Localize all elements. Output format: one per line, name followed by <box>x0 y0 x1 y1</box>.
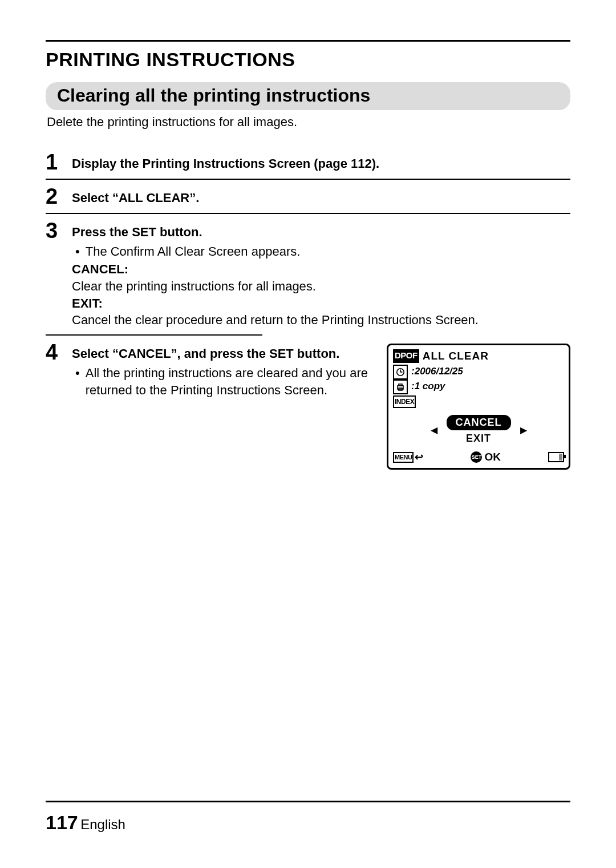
step-3: 3 Press the SET button. • The Confirm Al… <box>46 214 570 334</box>
step-1: 1 Display the Printing Instructions Scre… <box>46 146 570 179</box>
page-language: English <box>80 817 125 832</box>
def-term: CANCEL: <box>72 261 570 278</box>
option-exit: EXIT <box>466 431 491 445</box>
index-chip: INDEX <box>393 395 416 408</box>
def-desc: Clear the printing instructions for all … <box>72 278 570 295</box>
lcd-screen: DPOF ALL CLEAR :2006/12/25 :1 copy I <box>387 344 570 470</box>
page-title: PRINTING INSTRUCTIONS <box>46 49 570 71</box>
lcd-date: 2006/12/25 <box>415 366 463 377</box>
svg-rect-4 <box>399 384 402 386</box>
step-heading: Select “ALL CLEAR”. <box>72 185 570 207</box>
step-4: 4 Select “CANCEL”, and press the SET but… <box>46 336 570 475</box>
step-heading: Display the Printing Instructions Screen… <box>72 151 570 172</box>
set-badge: SET <box>471 451 482 463</box>
bullet-text: The Confirm All Clear Screen appears. <box>86 243 301 260</box>
dpof-chip: DPOF <box>393 349 419 362</box>
printer-icon <box>393 380 408 394</box>
intro-text: Delete the printing instructions for all… <box>47 115 570 130</box>
step-number: 3 <box>46 220 72 241</box>
lcd-copies: 1 copy <box>415 381 445 391</box>
bullet-icon: • <box>75 365 80 398</box>
menu-chip: MENU <box>393 452 414 463</box>
def-term: EXIT: <box>72 295 570 312</box>
set-ok-indicator: SET OK <box>471 450 501 465</box>
ok-label: OK <box>484 450 501 465</box>
left-arrow-icon: ◀ <box>427 424 441 437</box>
section-subtitle: Clearing all the printing instructions <box>46 82 570 110</box>
step-number: 1 <box>46 151 72 173</box>
bullet-icon: • <box>75 243 80 260</box>
step-2: 2 Select “ALL CLEAR”. <box>46 180 570 213</box>
top-rule <box>46 40 570 42</box>
clock-icon <box>393 365 408 380</box>
step-number: 4 <box>46 341 72 363</box>
bullet-text: All the printing instructions are cleare… <box>86 365 371 398</box>
option-cancel-selected: CANCEL <box>447 415 511 430</box>
step-heading: Press the SET button. <box>72 220 570 241</box>
def-desc: Cancel the clear procedure and return to… <box>72 312 570 329</box>
lcd-title: ALL CLEAR <box>423 349 489 364</box>
battery-icon <box>548 452 564 462</box>
page-number: 117 <box>46 812 78 833</box>
back-arrow-icon: ↩ <box>415 450 423 464</box>
menu-back-indicator: MENU ↩ <box>393 450 423 464</box>
step-number: 2 <box>46 185 72 207</box>
page-footer: 117 English <box>46 801 570 834</box>
right-arrow-icon: ▶ <box>517 424 530 437</box>
step-heading: Select “CANCEL”, and press the SET butto… <box>72 341 371 362</box>
